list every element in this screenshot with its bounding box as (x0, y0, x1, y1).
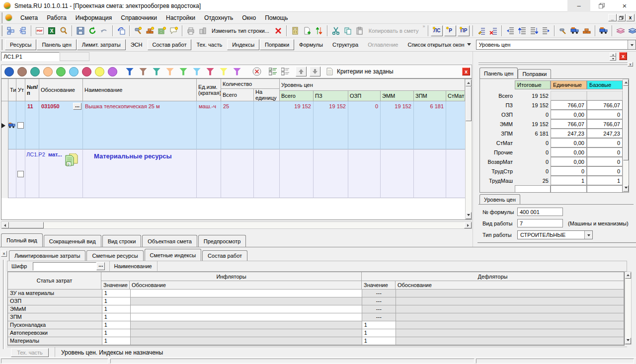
scroll-down-icon[interactable] (625, 338, 631, 344)
normative-base-pink-icon[interactable] (615, 25, 627, 37)
tab-price-level[interactable]: Уровень цен (479, 194, 520, 205)
filter-purple-icon[interactable] (233, 68, 241, 75)
shift-row-last-icon[interactable] (540, 25, 552, 37)
header-pl-emm[interactable]: ЭММ (381, 91, 414, 101)
filter-crimson-icon[interactable] (206, 68, 214, 75)
deflator-just-cell[interactable] (396, 337, 624, 345)
panel-splitter-groove[interactable] (478, 63, 628, 64)
combobox-dropdown-icon[interactable] (584, 231, 592, 239)
inflator-value-cell[interactable]: 1 (102, 290, 131, 297)
header-ti[interactable]: Ти (8, 79, 16, 101)
marker-brown-icon[interactable] (17, 67, 27, 76)
marker-blue-icon[interactable] (4, 67, 14, 76)
row-qty-total-cell[interactable] (221, 149, 254, 198)
deflator-value-cell[interactable]: 1 (362, 321, 396, 329)
inflator-just-cell[interactable] (131, 321, 362, 329)
minimize-button[interactable]: – (567, 0, 590, 12)
lower-panel-gripper[interactable] (3, 260, 4, 349)
copy-icon[interactable] (342, 25, 354, 37)
work-kind-input[interactable] (517, 219, 563, 227)
tab-teh-chast[interactable]: Тех. часть (192, 39, 227, 50)
header-justification[interactable]: Обоснование (39, 79, 83, 101)
print-icon[interactable] (185, 25, 197, 37)
row-pl-vsego-cell[interactable] (280, 149, 314, 198)
inflator-just-cell[interactable] (131, 337, 362, 345)
change-row-type-button[interactable]: Изменить тип строки... (209, 28, 272, 34)
header-qty-total[interactable]: Всего (221, 89, 254, 101)
scroll-down-icon[interactable] (466, 212, 472, 219)
view-tab-object-estimate[interactable]: Объектная смета (142, 235, 197, 247)
header-num[interactable]: №п/п (25, 79, 39, 101)
marker-purple-icon[interactable] (108, 67, 117, 76)
undo-icon[interactable] (98, 25, 110, 37)
price-unit[interactable] (551, 91, 587, 100)
vertical-splitter[interactable] (473, 52, 477, 247)
cipher-lookup-button[interactable]: ... (96, 262, 105, 270)
calculator-icon[interactable] (289, 25, 301, 37)
row-pl-emm-cell[interactable] (381, 149, 414, 198)
price-level-combobox[interactable]: Уровень цен (476, 40, 636, 50)
panel-splitter-groove[interactable] (478, 65, 628, 66)
filter-blue-icon[interactable] (126, 68, 134, 75)
header-name[interactable]: Наименование (83, 79, 197, 101)
price-base[interactable]: 247,23 (587, 129, 623, 138)
checked-list-icon[interactable] (269, 68, 277, 75)
filter-yellow-icon[interactable] (220, 68, 228, 75)
marker-teal-icon[interactable] (30, 67, 40, 76)
tree-structure-icon[interactable] (5, 25, 17, 37)
navigator-input[interactable] (1, 52, 60, 61)
deflator-just-cell[interactable] (396, 329, 624, 337)
tab-sostav-rabot[interactable]: Состав работ (148, 39, 192, 50)
row-pl-zpm-cell[interactable]: 6 181 (414, 101, 446, 149)
local-estimate-button[interactable]: ЛС (431, 25, 443, 36)
header-pl-pz[interactable]: ПЗ (314, 91, 348, 101)
row-justification-cell[interactable]: мат... p (39, 149, 83, 198)
price-base[interactable]: 0 (587, 147, 623, 157)
row-name-cell[interactable]: Материальные ресурсы (83, 149, 197, 198)
row-unit-cell[interactable]: маш.-ч (197, 101, 221, 149)
spin-up-icon[interactable] (610, 53, 616, 57)
header-pl-stmat[interactable]: СтМат (446, 91, 465, 101)
tab-panel-cen[interactable]: Панель цен (37, 39, 76, 50)
inflator-just-cell[interactable] (131, 305, 362, 313)
copy-to-estimate-button[interactable]: Копировать в смету (366, 28, 422, 34)
filter-teal-icon[interactable] (153, 68, 160, 75)
tab-limited-costs[interactable]: Лимитированные затраты (9, 250, 85, 261)
close-filter-button[interactable]: x (462, 68, 470, 75)
add-material-icon[interactable] (144, 25, 156, 37)
scroll-thumb[interactable] (9, 222, 44, 228)
filter-brown-icon[interactable] (139, 68, 147, 75)
cut-icon[interactable] (330, 25, 342, 37)
row-pl-ozp-cell[interactable]: 0 (348, 101, 381, 149)
tab-resursy[interactable]: Ресурсы (5, 39, 36, 50)
add-comment-icon[interactable] (168, 25, 180, 37)
close-panel-button[interactable]: x (619, 52, 627, 60)
row-name-cell[interactable]: Вышка телескопическая 25 м (83, 101, 197, 149)
header-quantity-group[interactable]: Количество (221, 79, 280, 89)
row-unit-cell[interactable] (197, 149, 221, 198)
deflator-just-cell[interactable] (396, 313, 624, 321)
scroll-thumb[interactable] (623, 86, 629, 160)
tab-formuly[interactable]: Формулы (295, 39, 327, 50)
col-edinichnye[interactable]: Единичные (551, 80, 587, 89)
unchecked-list-icon[interactable] (281, 68, 290, 75)
tab-estimate-indexes[interactable]: Сметные индексы (145, 249, 202, 261)
price-unit[interactable]: 1 (551, 176, 587, 185)
scroll-up-icon[interactable] (625, 272, 631, 279)
normative-base-blue-icon[interactable] (627, 25, 636, 37)
scroll-up-icon[interactable] (623, 79, 629, 86)
mdi-close-button[interactable]: x (626, 14, 635, 21)
tab-struktura[interactable]: Структура (328, 39, 363, 50)
price-unit[interactable]: 0,00 (551, 110, 587, 119)
col-bazovye[interactable]: Базовые (587, 80, 623, 89)
price-base[interactable]: 0 (587, 110, 623, 119)
grid-horizontal-scrollbar[interactable] (1, 221, 472, 229)
formula-input[interactable] (517, 208, 563, 216)
view-tab-row[interactable]: Вид строки (102, 235, 142, 247)
menu-otdohnut[interactable]: Отдохнуть (200, 13, 238, 23)
inflator-value-cell[interactable]: 1 (102, 321, 131, 329)
shift-row-down-icon[interactable] (528, 25, 540, 37)
edit-list-icon[interactable] (476, 25, 487, 37)
tab-popravki[interactable]: Поправки (260, 39, 294, 50)
tab-corrections[interactable]: Поправки (518, 69, 551, 78)
